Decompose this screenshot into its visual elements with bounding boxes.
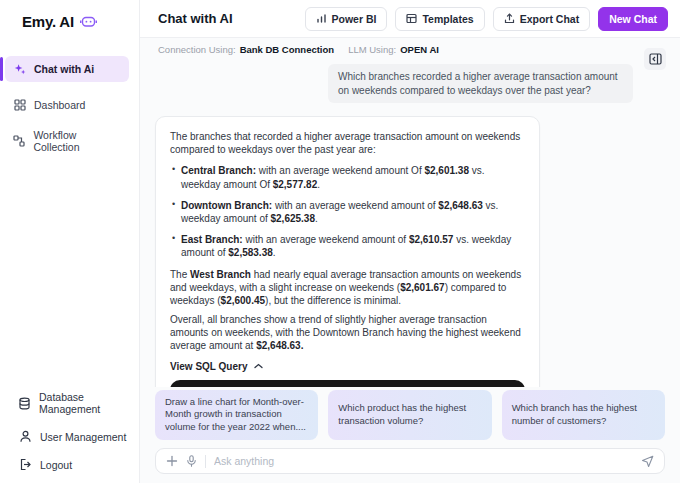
sparkles-icon [13, 63, 26, 75]
sidebar-item-user-management[interactable]: User Management [18, 430, 139, 443]
header: Chat with AI Power BI [140, 0, 680, 38]
power-bi-label: Power BI [332, 13, 377, 25]
templates-icon [406, 13, 417, 24]
dashboard-icon [13, 99, 26, 111]
export-chat-label: Export Chat [520, 13, 580, 25]
chevron-up-icon [254, 363, 263, 369]
templates-button[interactable]: Templates [395, 7, 484, 31]
chat-input-bar [155, 448, 665, 474]
robot-icon [80, 14, 97, 29]
active-indicator [0, 57, 3, 81]
branch-bullet-east: East Branch: with an average weekend amo… [170, 233, 525, 259]
code-block-header: SQL Copy [170, 380, 525, 387]
export-chat-button[interactable]: Export Chat [493, 7, 591, 31]
view-sql-query-toggle[interactable]: View SQL Query [170, 361, 525, 372]
sidebar-item-logout[interactable]: Logout [18, 458, 139, 471]
sidebar: Emy. AI Chat [0, 0, 140, 483]
sidebar-item-database-management[interactable]: Database Management [18, 391, 139, 415]
voice-input-button[interactable] [186, 455, 197, 467]
input-divider [205, 455, 206, 468]
user-icon [18, 430, 32, 443]
sidebar-item-label: Database Management [39, 391, 139, 415]
new-chat-label: New Chat [609, 13, 657, 25]
west-branch-paragraph: The West Branch had nearly equal average… [170, 268, 525, 308]
sidebar-footer: Database Management User Management [0, 391, 139, 471]
sidebar-item-label: Chat with Ai [34, 63, 94, 75]
sql-code-block: SQL Copy [170, 380, 525, 387]
workflow-icon [13, 135, 25, 147]
llm-label: LLM Using: [348, 44, 396, 55]
view-sql-query-label: View SQL Query [170, 361, 247, 372]
sidebar-item-label: Workflow Collection [33, 129, 121, 153]
sidebar-nav: Chat with Ai Dashboard [0, 56, 139, 154]
logo-text: Emy. AI [22, 13, 74, 30]
suggestion-chips: Draw a line chart for Month-over-Month g… [140, 387, 680, 446]
sidebar-item-workflow-collection[interactable]: Workflow Collection [5, 128, 129, 154]
connection-bar: Connection Using: Bank DB Connection LLM… [140, 38, 680, 60]
plus-icon [166, 455, 178, 467]
attach-button[interactable] [166, 455, 178, 467]
chat-messages-area[interactable]: Which branches recorded a higher average… [140, 60, 680, 387]
logout-icon [18, 458, 32, 471]
llm-using: LLM Using: OPEN AI [348, 44, 439, 55]
new-chat-button[interactable]: New Chat [598, 7, 668, 31]
overall-paragraph: Overall, all branches show a trend of sl… [170, 313, 525, 353]
send-icon [641, 455, 654, 468]
suggestion-chip-branch-customers[interactable]: Which branch has the highest number of c… [502, 390, 665, 440]
branch-bullet-downtown: Downtown Branch: with an average weekend… [170, 199, 525, 225]
logo: Emy. AI [0, 0, 139, 30]
header-actions: Power BI Templates [305, 7, 668, 31]
main-panel: Chat with AI Power BI [140, 0, 680, 483]
sidebar-item-chat-with-ai[interactable]: Chat with Ai [5, 56, 129, 82]
power-bi-button[interactable]: Power BI [305, 7, 388, 31]
templates-label: Templates [422, 13, 473, 25]
collapse-panel-button[interactable] [644, 48, 666, 70]
connection-label: Connection Using: [158, 44, 236, 55]
user-message: Which branches recorded a higher average… [328, 64, 633, 103]
microphone-icon [186, 455, 197, 467]
sidebar-item-label: User Management [40, 431, 126, 443]
database-icon [18, 397, 31, 410]
ask-anything-input[interactable] [214, 455, 633, 467]
assistant-message-card: The branches that recorded a higher aver… [155, 116, 540, 387]
sidebar-item-label: Logout [40, 459, 72, 471]
branch-bullet-central: Central Branch: with an average weekend … [170, 164, 525, 190]
sidebar-item-label: Dashboard [34, 99, 85, 111]
export-icon [504, 13, 515, 24]
bar-chart-icon [316, 13, 327, 24]
panel-collapse-icon [649, 53, 662, 65]
sidebar-item-dashboard[interactable]: Dashboard [5, 92, 129, 118]
send-button[interactable] [641, 455, 654, 468]
connection-using: Connection Using: Bank DB Connection [158, 44, 334, 55]
app-window: Emy. AI Chat [0, 0, 680, 483]
connection-value: Bank DB Connection [240, 44, 334, 55]
input-row [140, 446, 680, 483]
page-title: Chat with AI [158, 11, 233, 26]
llm-value: OPEN AI [400, 44, 439, 55]
suggestion-chip-line-chart[interactable]: Draw a line chart for Month-over-Month g… [155, 390, 318, 440]
assistant-intro: The branches that recorded a higher aver… [170, 130, 525, 156]
suggestion-chip-product-volume[interactable]: Which product has the highest transactio… [328, 390, 491, 440]
